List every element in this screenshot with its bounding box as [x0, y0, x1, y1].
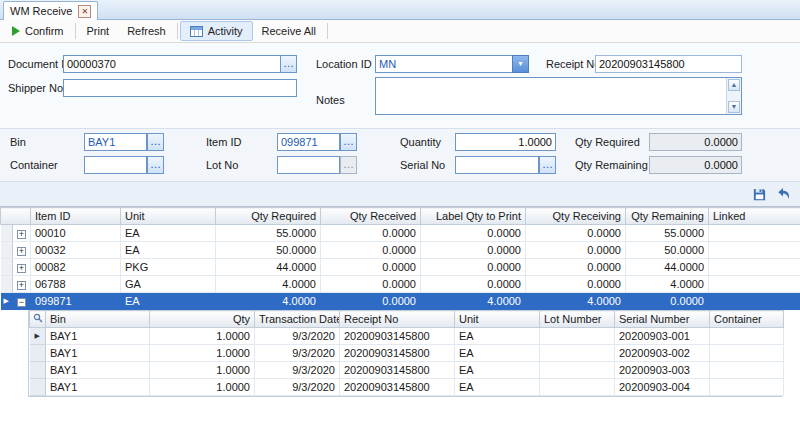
row-indicator[interactable]: [1, 276, 13, 293]
cell-qty-received[interactable]: 0.0000: [321, 225, 421, 242]
quantity-field[interactable]: 1.0000: [455, 133, 556, 151]
subcol-qty[interactable]: Qty: [150, 311, 255, 328]
location-id-dropdown-icon[interactable]: ▼: [512, 55, 529, 73]
serial-no-lookup-icon[interactable]: …: [539, 156, 556, 174]
tab-wm-receive[interactable]: WM Receive ✕: [3, 1, 98, 20]
scroll-down-icon[interactable]: ▼: [728, 101, 740, 113]
col-qty-receiving[interactable]: Qty Receiving: [526, 208, 626, 225]
receive-all-button[interactable]: Receive All: [253, 21, 325, 41]
subcell-transaction-date[interactable]: 9/3/2020: [255, 379, 340, 396]
cell-linked[interactable]: [709, 242, 800, 259]
cell-qty-receiving[interactable]: 0.0000: [526, 276, 626, 293]
subcell-lot-number[interactable]: [540, 379, 615, 396]
subcell-unit[interactable]: EA: [455, 328, 540, 345]
subgrid-row[interactable]: BAY1 1.0000 9/3/2020 20200903145800 EA 2…: [30, 379, 784, 396]
document-no-lookup-icon[interactable]: …: [280, 55, 297, 73]
document-no-field[interactable]: 00000370: [63, 55, 281, 73]
activity-button[interactable]: Activity: [180, 21, 253, 41]
row-indicator[interactable]: [1, 259, 13, 276]
expand-cell[interactable]: −: [13, 293, 31, 310]
subcell-container[interactable]: [710, 379, 784, 396]
subcell-container[interactable]: [710, 345, 784, 362]
cell-linked[interactable]: [709, 259, 800, 276]
expand-icon[interactable]: +: [17, 281, 26, 290]
cell-qty-received[interactable]: 0.0000: [321, 259, 421, 276]
subcol-transaction-date[interactable]: Transaction Date: [255, 311, 340, 328]
cell-linked[interactable]: [709, 293, 800, 310]
cell-linked[interactable]: [709, 276, 800, 293]
serial-no-field[interactable]: [455, 156, 539, 174]
subcell-qty[interactable]: 1.0000: [150, 379, 255, 396]
cell-qty-receiving[interactable]: 4.0000: [526, 293, 626, 310]
subrow-selector[interactable]: ▶: [30, 328, 46, 345]
subcell-lot-number[interactable]: [540, 345, 615, 362]
subrow-selector[interactable]: [30, 379, 46, 396]
save-button[interactable]: [750, 185, 768, 203]
cell-unit[interactable]: GA: [121, 276, 216, 293]
subcell-lot-number[interactable]: [540, 362, 615, 379]
expand-icon[interactable]: +: [17, 247, 26, 256]
cell-qty-received[interactable]: 0.0000: [321, 276, 421, 293]
cell-qty-remaining[interactable]: 50.0000: [626, 242, 709, 259]
item-id-lookup-icon[interactable]: …: [340, 133, 357, 151]
subcol-serial-number[interactable]: Serial Number: [615, 311, 710, 328]
bin-lookup-icon[interactable]: …: [147, 133, 164, 151]
subcell-transaction-date[interactable]: 9/3/2020: [255, 362, 340, 379]
cell-item-id[interactable]: 06788: [31, 276, 121, 293]
cell-qty-required[interactable]: 55.0000: [216, 225, 321, 242]
cell-qty-required[interactable]: 50.0000: [216, 242, 321, 259]
subcell-bin[interactable]: BAY1: [46, 345, 150, 362]
cell-qty-required[interactable]: 4.0000: [216, 276, 321, 293]
subgrid-row[interactable]: BAY1 1.0000 9/3/2020 20200903145800 EA 2…: [30, 362, 784, 379]
close-icon[interactable]: ✕: [78, 5, 91, 18]
cell-qty-receiving[interactable]: 0.0000: [526, 242, 626, 259]
cell-unit[interactable]: EA: [121, 225, 216, 242]
cell-qty-received[interactable]: 0.0000: [321, 242, 421, 259]
subcell-bin[interactable]: BAY1: [46, 328, 150, 345]
row-indicator[interactable]: ▶: [1, 293, 13, 310]
container-lookup-icon[interactable]: …: [147, 156, 164, 174]
refresh-button[interactable]: Refresh: [118, 21, 175, 41]
collapse-icon[interactable]: −: [17, 298, 26, 307]
subcell-bin[interactable]: BAY1: [46, 362, 150, 379]
subgrid-row[interactable]: BAY1 1.0000 9/3/2020 20200903145800 EA 2…: [30, 345, 784, 362]
cell-item-id[interactable]: 00032: [31, 242, 121, 259]
subcell-receipt-no[interactable]: 20200903145800: [340, 328, 455, 345]
col-qty-received[interactable]: Qty Received: [321, 208, 421, 225]
item-id-field[interactable]: 099871: [277, 133, 340, 151]
notes-scrollbar[interactable]: ▲ ▼: [726, 78, 741, 114]
expand-cell[interactable]: +: [13, 276, 31, 293]
undo-button[interactable]: [774, 185, 792, 203]
expand-icon[interactable]: +: [17, 264, 26, 273]
cell-label-qty[interactable]: 0.0000: [421, 276, 526, 293]
cell-unit[interactable]: PKG: [121, 259, 216, 276]
cell-qty-remaining[interactable]: 4.0000: [626, 276, 709, 293]
cell-label-qty[interactable]: 4.0000: [421, 293, 526, 310]
table-row[interactable]: + 00082 PKG 44.0000 0.0000 0.0000 0.0000…: [1, 259, 800, 276]
subcell-unit[interactable]: EA: [455, 345, 540, 362]
col-linked[interactable]: Linked: [709, 208, 800, 225]
subcol-lot-number[interactable]: Lot Number: [540, 311, 615, 328]
cell-item-id[interactable]: 099871: [31, 293, 121, 310]
subcell-transaction-date[interactable]: 9/3/2020: [255, 345, 340, 362]
subcell-receipt-no[interactable]: 20200903145800: [340, 345, 455, 362]
subcell-serial-number[interactable]: 20200903-004: [615, 379, 710, 396]
cell-label-qty[interactable]: 0.0000: [421, 259, 526, 276]
subcell-qty[interactable]: 1.0000: [150, 345, 255, 362]
subcell-serial-number[interactable]: 20200903-001: [615, 328, 710, 345]
subcol-unit[interactable]: Unit: [455, 311, 540, 328]
subcell-receipt-no[interactable]: 20200903145800: [340, 362, 455, 379]
subcell-container[interactable]: [710, 362, 784, 379]
cell-label-qty[interactable]: 0.0000: [421, 242, 526, 259]
bin-field[interactable]: BAY1: [84, 133, 147, 151]
col-qty-remaining[interactable]: Qty Remaining: [626, 208, 709, 225]
print-button[interactable]: Print: [78, 21, 119, 41]
cell-linked[interactable]: [709, 225, 800, 242]
subcell-serial-number[interactable]: 20200903-002: [615, 345, 710, 362]
subcell-unit[interactable]: EA: [455, 379, 540, 396]
cell-item-id[interactable]: 00010: [31, 225, 121, 242]
cell-unit[interactable]: EA: [121, 293, 216, 310]
table-row[interactable]: + 00032 EA 50.0000 0.0000 0.0000 0.0000 …: [1, 242, 800, 259]
cell-qty-remaining[interactable]: 44.0000: [626, 259, 709, 276]
cell-qty-receiving[interactable]: 0.0000: [526, 259, 626, 276]
